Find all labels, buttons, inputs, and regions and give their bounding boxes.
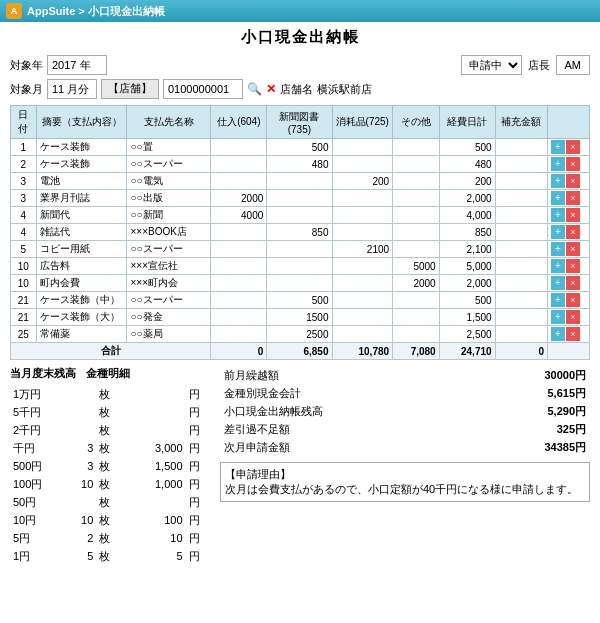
table-row: 2 ケース装飾 ○○スーパー 480 480 + ×: [11, 156, 590, 173]
denom-count: 10: [60, 475, 96, 493]
cell-payee: ○○電気: [127, 173, 211, 190]
add-row-button[interactable]: +: [551, 242, 565, 256]
cell-date: 21: [11, 292, 37, 309]
add-row-button[interactable]: +: [551, 157, 565, 171]
col-summary: 摘要（支払内容）: [36, 106, 127, 139]
total-col7: 7,080: [393, 343, 440, 360]
delete-row-button[interactable]: ×: [566, 208, 580, 222]
cell-col6: [332, 207, 393, 224]
table-row: 4 雑誌代 ×××BOOK店 850 850 + ×: [11, 224, 590, 241]
summary-item-value: 5,615円: [457, 384, 590, 402]
add-row-button[interactable]: +: [551, 310, 565, 324]
denom-label: 5千円: [10, 403, 60, 421]
app-icon: A: [6, 3, 22, 19]
total-col4: 0: [211, 343, 267, 360]
year-input[interactable]: [47, 55, 107, 75]
denom-unit: 枚: [96, 421, 120, 439]
cell-col6: [332, 156, 393, 173]
cell-col6: 200: [332, 173, 393, 190]
table-row: 3 業界月刊誌 ○○出版 2000 2,000 + ×: [11, 190, 590, 207]
cell-payee: ×××BOOK店: [127, 224, 211, 241]
col-daily: 経費日計: [439, 106, 495, 139]
delete-row-button[interactable]: ×: [566, 157, 580, 171]
delete-row-button[interactable]: ×: [566, 242, 580, 256]
balance-row: 500円 3 枚 1,500 円: [10, 457, 210, 475]
cell-col7: [393, 190, 440, 207]
cell-date: 4: [11, 224, 37, 241]
add-row-button[interactable]: +: [551, 225, 565, 239]
breadcrumb: AppSuite > 小口現金出納帳: [27, 4, 165, 19]
search-icon[interactable]: 🔍: [247, 82, 262, 96]
cell-replenish: [495, 190, 547, 207]
col-actions: [548, 106, 590, 139]
clear-icon[interactable]: ✕: [266, 82, 276, 96]
cell-total: 2,000: [439, 190, 495, 207]
cell-col5: [267, 190, 332, 207]
balance-row: 千円 3 枚 3,000 円: [10, 439, 210, 457]
add-row-button[interactable]: +: [551, 327, 565, 341]
cell-col7: [393, 207, 440, 224]
delete-row-button[interactable]: ×: [566, 327, 580, 341]
summary-row: 金種別現金会計 5,615円: [220, 384, 590, 402]
delete-row-button[interactable]: ×: [566, 259, 580, 273]
balance-row: 5千円 枚 円: [10, 403, 210, 421]
delete-row-button[interactable]: ×: [566, 174, 580, 188]
store-code-input[interactable]: [163, 79, 243, 99]
denom-label: 5円: [10, 529, 60, 547]
delete-row-button[interactable]: ×: [566, 225, 580, 239]
add-row-button[interactable]: +: [551, 174, 565, 188]
summary-row: 小口現金出納帳残高 5,290円: [220, 402, 590, 420]
cell-col7: [393, 326, 440, 343]
cell-actions: + ×: [548, 173, 590, 190]
cell-col4: [211, 224, 267, 241]
cell-replenish: [495, 292, 547, 309]
cell-actions: + ×: [548, 258, 590, 275]
delete-row-button[interactable]: ×: [566, 310, 580, 324]
store-button[interactable]: 【店舗】: [101, 79, 159, 99]
summary-item-value: 5,290円: [457, 402, 590, 420]
add-row-button[interactable]: +: [551, 259, 565, 273]
cell-summary: 新聞代: [36, 207, 127, 224]
add-row-button[interactable]: +: [551, 276, 565, 290]
cell-replenish: [495, 224, 547, 241]
cell-col7: [393, 292, 440, 309]
col-payee: 支払先名称: [127, 106, 211, 139]
cell-date: 21: [11, 309, 37, 326]
denom-amount: 10: [121, 529, 186, 547]
status-select[interactable]: 申請中 確定: [461, 55, 522, 75]
col-date: 日付: [11, 106, 37, 139]
month-input[interactable]: [47, 79, 97, 99]
table-row: 4 新聞代 ○○新聞 4000 4,000 + ×: [11, 207, 590, 224]
table-row: 1 ケース装飾 ○○置 500 500 + ×: [11, 139, 590, 156]
denom-label: 100円: [10, 475, 60, 493]
denom-currency: 円: [186, 529, 210, 547]
delete-row-button[interactable]: ×: [566, 191, 580, 205]
summary-row: 前月繰越額 30000円: [220, 366, 590, 384]
add-row-button[interactable]: +: [551, 293, 565, 307]
denom-label: 1円: [10, 547, 60, 565]
table-row: 21 ケース装飾（大） ○○発金 1500 1,500 + ×: [11, 309, 590, 326]
denom-amount: [121, 493, 186, 511]
add-row-button[interactable]: +: [551, 208, 565, 222]
add-row-button[interactable]: +: [551, 191, 565, 205]
cell-total: 500: [439, 292, 495, 309]
summary-item-value: 325円: [457, 420, 590, 438]
denom-unit: 枚: [96, 385, 120, 403]
cell-col5: 1500: [267, 309, 332, 326]
cell-col7: 5000: [393, 258, 440, 275]
cell-date: 10: [11, 258, 37, 275]
cell-col4: 4000: [211, 207, 267, 224]
add-row-button[interactable]: +: [551, 140, 565, 154]
delete-row-button[interactable]: ×: [566, 293, 580, 307]
delete-row-button[interactable]: ×: [566, 140, 580, 154]
delete-row-button[interactable]: ×: [566, 276, 580, 290]
cell-total: 500: [439, 139, 495, 156]
cell-payee: ×××町内会: [127, 275, 211, 292]
total-replenish: 0: [495, 343, 547, 360]
denom-currency: 円: [186, 385, 210, 403]
table-row: 10 広告料 ×××宣伝社 5000 5,000 + ×: [11, 258, 590, 275]
cell-date: 5: [11, 241, 37, 258]
cell-total: 1,500: [439, 309, 495, 326]
month-row: 対象月 【店舗】 🔍 ✕ 店舗名 横浜駅前店: [10, 79, 590, 99]
cell-total: 2,000: [439, 275, 495, 292]
